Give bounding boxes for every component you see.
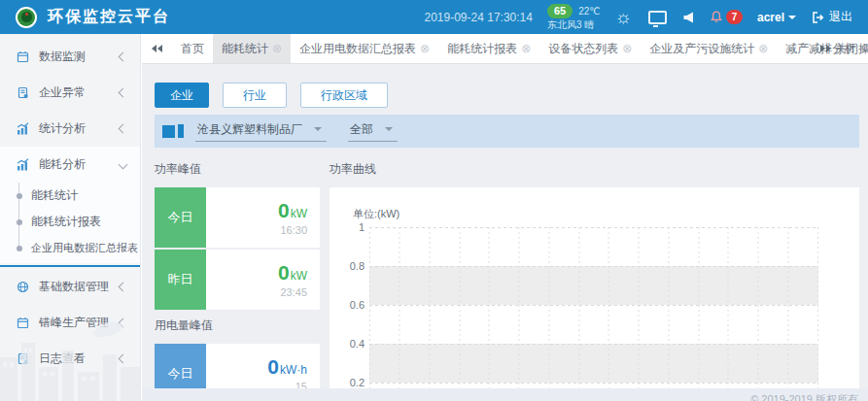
- sidebar-group-energy-analysis: 能耗分析 能耗统计 能耗统计报表 企业用电数据汇总报表: [0, 147, 140, 263]
- scroll-tabs-left-button[interactable]: [142, 34, 172, 63]
- chevron-down-icon: [788, 16, 796, 19]
- tab-pollution-facility-statistics[interactable]: 企业及产污设施统计 ⊗: [641, 34, 777, 63]
- tab-home[interactable]: 首页: [172, 34, 213, 63]
- chart-column: 功率曲线 单位:(kW) 1 0.8 0.6 0.4 0.2: [330, 155, 859, 401]
- sidebar-subitem-energy-report[interactable]: 能耗统计报表: [0, 209, 140, 235]
- logout-button[interactable]: 退出: [811, 9, 852, 25]
- panel-marker-icon: [162, 124, 184, 138]
- tab-label: 能耗统计报表: [447, 41, 517, 57]
- chevron-left-icon: [119, 283, 128, 292]
- copyright-text: © 2019-2019 版权所有: [750, 392, 858, 401]
- energy-peak-title: 用电量峰值: [155, 317, 320, 334]
- close-tab-icon[interactable]: ⊗: [420, 43, 430, 54]
- sidebar-item-label: 能耗分析: [39, 156, 86, 173]
- bar-chart-icon: [17, 158, 29, 171]
- tab-device-status-list[interactable]: 设备状态列表 ⊗: [539, 34, 641, 63]
- industry-view-button[interactable]: 行业: [223, 83, 287, 108]
- sidebar-sublist: 能耗统计 能耗统计报表 企业用电数据汇总报表: [0, 183, 140, 263]
- sidebar-item-enterprise-anomaly[interactable]: 企业异常: [0, 75, 140, 111]
- card-unit: kW: [291, 207, 307, 220]
- y-axis-tick: 0.4: [333, 338, 365, 350]
- calendar-icon: [17, 50, 29, 63]
- card-unit: kW·h: [280, 363, 307, 377]
- company-select-value: 沧县义辉塑料制品厂: [197, 121, 302, 138]
- close-tab-icon[interactable]: ⊗: [758, 43, 768, 54]
- bullet-icon: [17, 219, 22, 225]
- sidebar-item-label: 企业异常: [39, 84, 86, 101]
- y-axis-tick: 0.6: [333, 299, 365, 311]
- weather-widget: 65 22℃ 东北风3 晴: [547, 4, 601, 31]
- chevron-down-icon: [385, 127, 393, 131]
- chart-grid: [369, 227, 818, 393]
- sidebar-divider: [0, 265, 140, 267]
- tab-label: 企业及产污设施统计: [649, 41, 754, 57]
- aqi-badge: 65: [547, 4, 573, 18]
- scope-select-value: 全部: [350, 121, 373, 138]
- temperature-text: 22℃: [578, 5, 600, 17]
- chevron-left-icon: [119, 124, 128, 134]
- chevron-down-icon: [119, 160, 128, 170]
- app-window: 环保监控云平台 2019-09-24 17:30:14 65 22℃ 东北风3 …: [0, 0, 868, 401]
- sidebar-subitem-label: 能耗统计: [31, 187, 78, 204]
- app-logo-icon: [16, 7, 37, 28]
- sun-weather-icon: ☼: [615, 9, 632, 26]
- power-curve-chart: 单位:(kW) 1 0.8 0.6 0.4 0.2: [330, 187, 859, 393]
- sidebar-item-label: 基础数据管理: [39, 279, 109, 295]
- sidebar-item-energy-analysis[interactable]: 能耗分析: [0, 147, 140, 183]
- footer: © 2019-2019 版权所有: [142, 388, 868, 401]
- power-peak-yesterday-card: 昨日 0kW 23:45: [155, 250, 320, 310]
- sidebar-item-data-monitoring[interactable]: 数据监测: [0, 39, 140, 75]
- notification-bell[interactable]: 7: [709, 10, 743, 24]
- tab-label: 设备状态列表: [548, 41, 618, 57]
- filter-bar: 沧县义辉塑料制品厂 全部: [155, 115, 859, 148]
- speaker-icon[interactable]: [683, 12, 694, 23]
- close-tab-icon[interactable]: ⊗: [622, 43, 632, 54]
- company-select[interactable]: 沧县义辉塑料制品厂: [195, 121, 327, 142]
- logout-icon: [811, 11, 824, 24]
- y-axis-tick: 1: [333, 221, 365, 233]
- tab-energy-report[interactable]: 能耗统计报表 ⊗: [438, 34, 539, 63]
- bullet-icon: [17, 246, 22, 251]
- username-text: acrel: [757, 11, 784, 24]
- enterprise-view-button[interactable]: 企业: [155, 83, 209, 108]
- city-skyline-watermark: [0, 314, 141, 401]
- tab-power-summary-report[interactable]: 企业用电数据汇总报表 ⊗: [291, 34, 438, 63]
- chevron-left-icon: [119, 52, 128, 62]
- stats-column: 功率峰值 今日 0kW 16:30 昨日 0kW 23:45 用电量峰值: [155, 155, 320, 401]
- close-tab-icon[interactable]: ⊗: [272, 43, 282, 54]
- bell-icon: [709, 10, 724, 24]
- card-unit: kW: [291, 269, 307, 283]
- tab-energy-statistics[interactable]: 能耗统计 ⊗: [213, 34, 291, 63]
- globe-icon: [17, 281, 29, 293]
- card-label: 今日: [155, 187, 206, 248]
- card-value: 0: [278, 199, 290, 222]
- top-header: 环保监控云平台 2019-09-24 17:30:14 65 22℃ 东北风3 …: [0, 0, 868, 34]
- region-view-button[interactable]: 行政区域: [300, 83, 388, 108]
- main-content: 企业 行业 行政区域 沧县义辉塑料制品厂 全部 功率峰值 今日 0kW: [142, 63, 868, 401]
- sidebar-subitem-label: 企业用电数据汇总报表: [31, 241, 138, 255]
- monitor-screen-icon[interactable]: [648, 11, 667, 24]
- scope-select[interactable]: 全部: [348, 121, 398, 142]
- sidebar-subitem-energy-statistics[interactable]: 能耗统计: [0, 183, 140, 209]
- sidebar: 数据监测 企业异常 统计分析 能耗分析 能耗统计: [0, 34, 141, 401]
- tab-label: 企业用电数据汇总报表: [299, 41, 416, 57]
- close-tab-icon[interactable]: ⊗: [521, 43, 531, 54]
- y-axis-tick: 0.8: [333, 260, 365, 272]
- close-operations-menu[interactable]: 关闭操作: [835, 34, 868, 63]
- power-peak-title: 功率峰值: [155, 161, 320, 178]
- notification-count-badge: 7: [726, 10, 743, 24]
- sidebar-item-basic-data-management[interactable]: 基础数据管理: [0, 269, 140, 305]
- card-time: 23:45: [280, 286, 307, 298]
- bar-chart-icon: [17, 122, 29, 135]
- wind-text: 东北风3 晴: [547, 18, 601, 31]
- user-menu[interactable]: acrel: [757, 11, 796, 24]
- chevron-down-icon: [314, 127, 322, 131]
- view-switcher: 企业 行业 行政区域: [155, 83, 859, 108]
- sidebar-subitem-label: 能耗统计报表: [31, 214, 101, 230]
- sidebar-item-statistics-analysis[interactable]: 统计分析: [0, 111, 140, 147]
- sidebar-item-label: 数据监测: [39, 49, 86, 65]
- logout-label: 退出: [829, 9, 852, 25]
- sidebar-subitem-power-summary-report[interactable]: 企业用电数据汇总报表: [0, 235, 140, 261]
- app-title: 环保监控云平台: [48, 7, 170, 27]
- card-value: 0: [278, 261, 290, 284]
